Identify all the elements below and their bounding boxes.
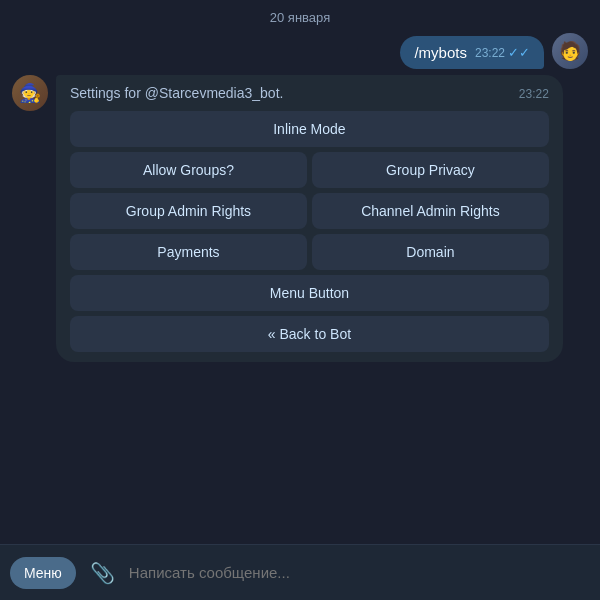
back-to-bot-button[interactable]: « Back to Bot (70, 316, 549, 352)
date-header: 20 января (0, 0, 600, 33)
outgoing-message-bubble: /mybots 23:22 ✓✓ (400, 36, 544, 69)
channel-admin-rights-button[interactable]: Channel Admin Rights (312, 193, 549, 229)
domain-button[interactable]: Domain (312, 234, 549, 270)
outgoing-message-meta: 23:22 ✓✓ (475, 45, 530, 60)
chat-area: /mybots 23:22 ✓✓ 🧑 🧙 Settings for @Starc… (0, 33, 600, 544)
bot-message-text: Settings for @Starcevmedia3_bot. (70, 85, 283, 101)
keyboard-row-2: Group Admin Rights Channel Admin Rights (70, 193, 549, 229)
outgoing-message-text: /mybots (414, 44, 467, 61)
attach-icon: 📎 (90, 562, 115, 584)
allow-groups-button[interactable]: Allow Groups? (70, 152, 307, 188)
keyboard-row-3: Payments Domain (70, 234, 549, 270)
user-avatar: 🧑 (552, 33, 588, 69)
bot-message-time: 23:22 (519, 87, 549, 101)
payments-button[interactable]: Payments (70, 234, 307, 270)
inline-keyboard: Inline Mode Allow Groups? Group Privacy … (70, 111, 549, 352)
keyboard-row-4: Menu Button (70, 275, 549, 311)
bot-message-header: Settings for @Starcevmedia3_bot. 23:22 (70, 85, 549, 101)
keyboard-row-5: « Back to Bot (70, 316, 549, 352)
group-privacy-button[interactable]: Group Privacy (312, 152, 549, 188)
check-marks-icon: ✓✓ (508, 45, 530, 60)
outgoing-message-row: /mybots 23:22 ✓✓ 🧑 (12, 33, 588, 69)
keyboard-row-0: Inline Mode (70, 111, 549, 147)
bottom-bar: Меню 📎 (0, 544, 600, 600)
keyboard-row-1: Allow Groups? Group Privacy (70, 152, 549, 188)
bot-avatar: 🧙 (12, 75, 48, 111)
attach-button[interactable]: 📎 (84, 557, 121, 589)
outgoing-time: 23:22 (475, 46, 505, 60)
chat-background: 20 января /mybots 23:22 ✓✓ 🧑 🧙 Settings … (0, 0, 600, 600)
inline-mode-button[interactable]: Inline Mode (70, 111, 549, 147)
menu-button-button[interactable]: Menu Button (70, 275, 549, 311)
message-input[interactable] (129, 564, 590, 581)
menu-button[interactable]: Меню (10, 557, 76, 589)
date-label: 20 января (270, 10, 330, 25)
group-admin-rights-button[interactable]: Group Admin Rights (70, 193, 307, 229)
bot-message-row: 🧙 Settings for @Starcevmedia3_bot. 23:22… (12, 75, 588, 362)
bot-message-bubble: Settings for @Starcevmedia3_bot. 23:22 I… (56, 75, 563, 362)
